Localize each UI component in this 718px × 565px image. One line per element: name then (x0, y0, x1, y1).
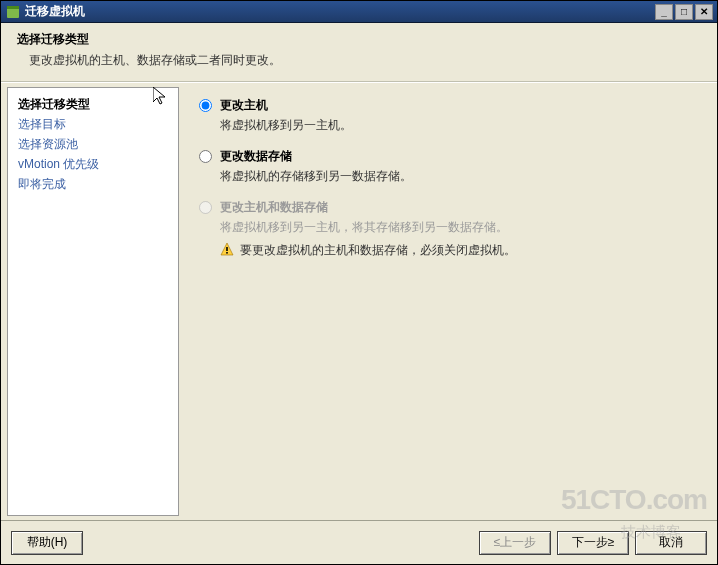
step-select-resource-pool: 选择资源池 (18, 136, 168, 153)
app-icon (5, 4, 21, 20)
wizard-footer: 帮助(H) ≤上一步 下一步≥ 取消 (1, 520, 717, 564)
warning-icon (220, 242, 234, 256)
step-ready-to-complete: 即将完成 (18, 176, 168, 193)
page-title: 选择迁移类型 (17, 31, 701, 48)
option-change-both-desc: 将虚拟机移到另一主机，将其存储移到另一数据存储。 (220, 219, 697, 236)
wizard-steps-sidebar: 选择迁移类型 选择目标 选择资源池 vMotion 优先级 即将完成 (7, 87, 179, 516)
back-button[interactable]: ≤上一步 (479, 531, 551, 555)
window-title: 迁移虚拟机 (25, 3, 655, 20)
page-subtitle: 更改虚拟机的主机、数据存储或二者同时更改。 (29, 52, 701, 69)
title-bar: 迁移虚拟机 _ □ ✕ (1, 1, 717, 23)
step-migration-type[interactable]: 选择迁移类型 (18, 96, 168, 113)
option-change-both: 更改主机和数据存储 将虚拟机移到另一主机，将其存储移到另一数据存储。 要更改虚拟… (199, 199, 697, 259)
step-vmotion-priority: vMotion 优先级 (18, 156, 168, 173)
wizard-header: 选择迁移类型 更改虚拟机的主机、数据存储或二者同时更改。 (1, 23, 717, 82)
option-change-both-warning-text: 要更改虚拟机的主机和数据存储，必须关闭虚拟机。 (240, 242, 516, 259)
option-change-both-label: 更改主机和数据存储 (220, 199, 697, 216)
option-change-host-desc: 将虚拟机移到另一主机。 (220, 117, 697, 134)
step-select-target: 选择目标 (18, 116, 168, 133)
option-change-both-warning: 要更改虚拟机的主机和数据存储，必须关闭虚拟机。 (220, 242, 697, 259)
radio-change-both (199, 201, 212, 214)
radio-change-datastore[interactable] (199, 150, 212, 163)
option-change-datastore[interactable]: 更改数据存储 将虚拟机的存储移到另一数据存储。 (199, 148, 697, 185)
radio-change-host[interactable] (199, 99, 212, 112)
option-change-datastore-label: 更改数据存储 (220, 148, 697, 165)
help-button[interactable]: 帮助(H) (11, 531, 83, 555)
wizard-content: 更改主机 将虚拟机移到另一主机。 更改数据存储 将虚拟机的存储移到另一数据存储。… (179, 83, 717, 520)
close-button[interactable]: ✕ (695, 4, 713, 20)
next-button[interactable]: 下一步≥ (557, 531, 629, 555)
svg-rect-1 (7, 6, 19, 9)
option-change-host[interactable]: 更改主机 将虚拟机移到另一主机。 (199, 97, 697, 134)
svg-rect-4 (226, 252, 228, 254)
maximize-button[interactable]: □ (675, 4, 693, 20)
svg-rect-3 (226, 247, 228, 251)
cancel-button[interactable]: 取消 (635, 531, 707, 555)
minimize-button[interactable]: _ (655, 4, 673, 20)
option-change-datastore-desc: 将虚拟机的存储移到另一数据存储。 (220, 168, 697, 185)
option-change-host-label: 更改主机 (220, 97, 697, 114)
